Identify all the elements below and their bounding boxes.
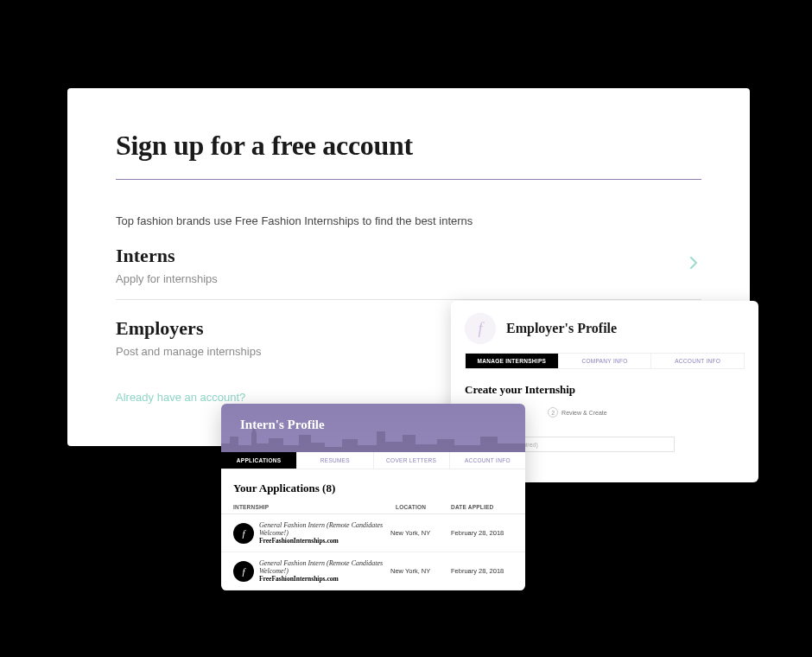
- tab-cover-letters[interactable]: COVER LETTERS: [374, 452, 450, 469]
- sub-heading: Top fashion brands use Free Fashion Inte…: [116, 214, 701, 227]
- employer-section-heading: Create your Internship: [465, 383, 745, 397]
- tab-company-info[interactable]: COMPANY INFO: [559, 354, 652, 368]
- row-location: New York, NY: [390, 567, 446, 575]
- intern-tabbar: APPLICATIONS RESUMES COVER LETTERS ACCOU…: [221, 452, 525, 469]
- tab-resumes[interactable]: RESUMES: [297, 452, 373, 469]
- intern-preview-card: Intern's Profile APPLICATIONS RESUMES CO…: [221, 404, 525, 590]
- table-row[interactable]: f General Fashion Intern (Remote Candida…: [221, 552, 525, 590]
- step-2-label: Review & Create: [561, 410, 607, 416]
- row-date: February 28, 2018: [451, 529, 513, 537]
- tab-applications[interactable]: APPLICATIONS: [221, 452, 297, 469]
- step-2-number: 2: [548, 407, 558, 418]
- row-location: New York, NY: [390, 529, 446, 537]
- col-date-applied: DATE APPLIED: [451, 504, 513, 510]
- page-title: Sign up for a free account: [116, 130, 701, 162]
- employer-header: f Employer's Profile: [465, 313, 745, 344]
- applications-table-header: INTERNSHIP LOCATION DATE APPLIED: [221, 502, 525, 514]
- row-title: General Fashion Intern (Remote Candidate…: [259, 521, 385, 537]
- applications-heading: Your Applications (8): [233, 482, 525, 495]
- employer-avatar-icon: f: [465, 313, 496, 344]
- tab-intern-account-info[interactable]: ACCOUNT INFO: [450, 452, 525, 469]
- row-text: General Fashion Intern (Remote Candidate…: [259, 559, 385, 583]
- row-date: February 28, 2018: [451, 567, 513, 575]
- table-row[interactable]: f General Fashion Intern (Remote Candida…: [221, 514, 525, 552]
- option-interns[interactable]: Interns Apply for internships: [116, 227, 701, 300]
- row-company: FreeFashionInternships.com: [259, 537, 385, 545]
- row-company: FreeFashionInternships.com: [259, 575, 385, 583]
- option-interns-title: Interns: [116, 245, 701, 267]
- tab-manage-internships[interactable]: MANAGE INTERNSHIPS: [466, 354, 559, 368]
- already-have-account-link[interactable]: Already have an account?: [116, 391, 245, 404]
- company-logo-icon: f: [233, 561, 254, 582]
- company-logo-icon: f: [233, 523, 254, 544]
- option-interns-sub: Apply for internships: [116, 272, 701, 285]
- employer-tabbar: MANAGE INTERNSHIPS COMPANY INFO ACCOUNT …: [465, 353, 745, 369]
- col-internship: INTERNSHIP: [233, 504, 396, 510]
- col-location: LOCATION: [396, 504, 451, 510]
- tab-account-info[interactable]: ACCOUNT INFO: [651, 354, 744, 368]
- step-2: 2 Review & Create: [548, 407, 607, 418]
- row-text: General Fashion Intern (Remote Candidate…: [259, 521, 385, 545]
- intern-banner: Intern's Profile: [221, 404, 525, 452]
- employer-title: Employer's Profile: [506, 321, 617, 336]
- chevron-right-icon: [686, 255, 701, 271]
- intern-title: Intern's Profile: [240, 418, 506, 432]
- divider: [116, 179, 701, 180]
- row-title: General Fashion Intern (Remote Candidate…: [259, 559, 385, 575]
